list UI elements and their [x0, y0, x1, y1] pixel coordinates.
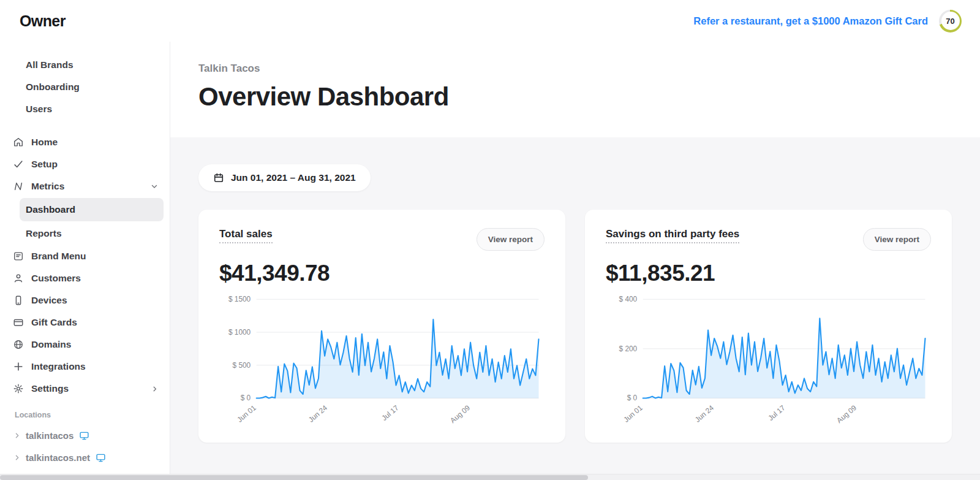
sidebar-item-home[interactable]: Home	[0, 131, 170, 153]
svg-text:Aug 09: Aug 09	[835, 403, 858, 425]
sidebar-item-label: Users	[26, 104, 52, 115]
date-range-value: Jun 01, 2021 – Aug 31, 2021	[231, 172, 356, 183]
gift-card-icon	[12, 316, 24, 329]
sidebar-item-brand-menu[interactable]: Brand Menu	[0, 245, 170, 267]
sidebar-item-label: Metrics	[31, 181, 64, 192]
sidebar-item-label: Devices	[31, 295, 67, 306]
sidebar-location-talkintacos-net[interactable]: talkintacos.net	[0, 446, 170, 468]
sidebar-item-settings[interactable]: Settings	[0, 378, 170, 400]
horizontal-scrollbar[interactable]	[0, 474, 980, 480]
topbar-right: Refer a restaurant, get a $1000 Amazon G…	[693, 10, 962, 32]
locations-section-label: Locations	[0, 411, 170, 419]
app-logo[interactable]: Owner	[20, 12, 66, 30]
view-report-button[interactable]: View report	[477, 228, 545, 251]
chevron-right-icon[interactable]	[151, 385, 159, 393]
sidebar-item-label: All Brands	[26, 59, 74, 70]
app-shell: All Brands Onboarding Users Home Setup M…	[0, 42, 980, 474]
sidebar-item-metrics[interactable]: Metrics	[0, 175, 170, 197]
sidebar-item-gift-cards[interactable]: Gift Cards	[0, 311, 170, 333]
location-label: talkintacos.net	[26, 452, 90, 463]
metric-cards: Total sales View report $41,349.78 $ 0$ …	[198, 210, 952, 443]
sidebar-item-label: Home	[31, 137, 58, 148]
svg-text:Jun 01: Jun 01	[235, 403, 258, 424]
svg-text:$ 0: $ 0	[241, 394, 251, 402]
plus-icon	[12, 360, 24, 373]
svg-text:$ 400: $ 400	[619, 295, 638, 303]
svg-text:Jul 17: Jul 17	[380, 403, 400, 422]
sidebar-item-onboarding[interactable]: Onboarding	[0, 76, 170, 98]
total-sales-amount: $41,349.78	[219, 261, 545, 286]
gear-icon	[12, 383, 24, 395]
svg-text:$ 500: $ 500	[233, 361, 251, 370]
scrollbar-thumb[interactable]	[0, 475, 588, 480]
sidebar-item-domains[interactable]: Domains	[0, 333, 170, 356]
third-party-savings-chart: $ 0$ 200$ 400Jun 01Jun 24Jul 17Aug 09	[606, 291, 931, 432]
customers-icon	[12, 272, 24, 284]
calendar-icon	[213, 172, 224, 183]
total-sales-card: Total sales View report $41,349.78 $ 0$ …	[198, 210, 565, 443]
svg-text:Jun 01: Jun 01	[622, 403, 644, 424]
svg-text:$ 1500: $ 1500	[228, 295, 251, 303]
svg-text:Jun 24: Jun 24	[693, 403, 716, 424]
page-title: Overview Dashboard	[198, 82, 952, 112]
sidebar-item-label: Brand Menu	[31, 251, 86, 262]
sidebar-item-label: Integrations	[31, 361, 86, 372]
score-badge[interactable]: 70	[939, 10, 962, 32]
score-value: 70	[941, 12, 960, 30]
monitor-icon	[79, 430, 89, 441]
sidebar-item-label: Onboarding	[26, 82, 80, 93]
main-content: Talkin Tacos Overview Dashboard Jun 01, …	[170, 42, 980, 474]
svg-text:Aug 09: Aug 09	[448, 403, 472, 425]
location-label: talkintacos	[26, 430, 74, 441]
topbar: Owner Refer a restaurant, get a $1000 Am…	[0, 0, 980, 42]
check-icon	[12, 158, 24, 170]
total-sales-chart: $ 0$ 500$ 1000$ 1500Jun 01Jun 24Jul 17Au…	[219, 291, 545, 432]
date-range-picker[interactable]: Jun 01, 2021 – Aug 31, 2021	[198, 164, 371, 191]
metrics-icon	[12, 180, 24, 192]
sidebar-item-integrations[interactable]: Integrations	[0, 356, 170, 378]
dashboard-content: Jun 01, 2021 – Aug 31, 2021 Total sales …	[170, 137, 980, 474]
sidebar-item-all-brands[interactable]: All Brands	[0, 54, 170, 76]
sidebar-item-devices[interactable]: Devices	[0, 289, 170, 311]
chevron-right-icon[interactable]	[13, 454, 20, 461]
third-party-savings-amount: $11,835.21	[606, 261, 931, 286]
page-header: Talkin Tacos Overview Dashboard	[170, 42, 980, 137]
sidebar-item-label: Setup	[31, 159, 58, 170]
device-icon	[12, 294, 24, 307]
sidebar-item-setup[interactable]: Setup	[0, 153, 170, 175]
monitor-icon	[96, 452, 106, 463]
third-party-savings-card: Savings on third party fees View report …	[585, 210, 952, 443]
sidebar-item-dashboard[interactable]: Dashboard	[20, 198, 164, 221]
sidebar-item-label: Domains	[31, 339, 71, 350]
sidebar-item-label: Reports	[26, 228, 62, 239]
svg-text:Jul 17: Jul 17	[766, 403, 786, 422]
sidebar-item-users[interactable]: Users	[0, 98, 170, 120]
view-report-button[interactable]: View report	[863, 228, 931, 251]
globe-icon	[12, 338, 24, 351]
svg-text:$ 1000: $ 1000	[228, 328, 251, 337]
referral-link[interactable]: Refer a restaurant, get a $1000 Amazon G…	[693, 15, 928, 27]
sidebar-item-label: Gift Cards	[31, 317, 77, 328]
sidebar-item-label: Customers	[31, 273, 81, 284]
sidebar: All Brands Onboarding Users Home Setup M…	[0, 42, 170, 474]
card-title: Total sales	[219, 228, 273, 243]
sidebar-item-label: Dashboard	[26, 204, 75, 215]
chevron-down-icon[interactable]	[150, 182, 159, 191]
sidebar-item-customers[interactable]: Customers	[0, 267, 170, 289]
svg-text:$ 0: $ 0	[627, 394, 638, 402]
menu-list-icon	[12, 250, 24, 262]
chevron-right-icon[interactable]	[13, 432, 20, 439]
sidebar-item-label: Settings	[31, 383, 69, 394]
card-title: Savings on third party fees	[606, 228, 739, 243]
sidebar-item-reports[interactable]: Reports	[0, 222, 170, 245]
sidebar-location-talkintacos[interactable]: talkintacos	[0, 424, 170, 446]
svg-text:$ 200: $ 200	[619, 345, 638, 353]
svg-text:Jun 24: Jun 24	[307, 403, 330, 424]
home-icon	[12, 136, 24, 148]
brand-name: Talkin Tacos	[198, 63, 952, 75]
